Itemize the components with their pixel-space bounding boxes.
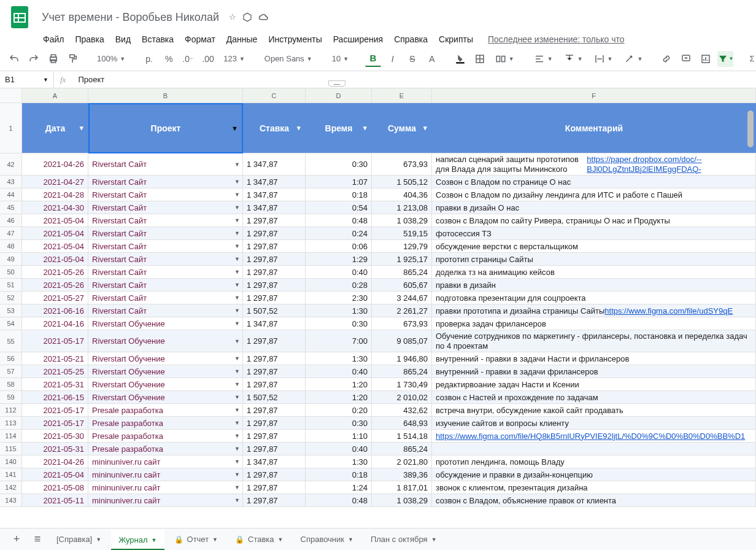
valign-select[interactable]: ▼ bbox=[560, 51, 587, 67]
cell-date[interactable]: 2021-04-28 bbox=[22, 188, 88, 201]
cell-project[interactable]: Presale разработка▼ bbox=[88, 404, 243, 416]
sheet-tab[interactable]: Справочник▼ bbox=[293, 529, 361, 550]
link-button[interactable] bbox=[658, 51, 674, 67]
cell-rate[interactable]: 1 347,87 bbox=[243, 455, 306, 468]
app-icon[interactable] bbox=[7, 5, 32, 29]
chevron-down-icon[interactable]: ▼ bbox=[348, 536, 353, 543]
cell-sum[interactable]: 1 038,29 bbox=[372, 494, 432, 506]
cell-project[interactable]: Riverstart Обучение▼ bbox=[88, 317, 243, 330]
rotate-select[interactable]: ▼ bbox=[620, 51, 646, 67]
cell-rate[interactable]: 1 297,87 bbox=[243, 227, 306, 239]
cell-project[interactable]: Riverstart Сайт▼ bbox=[88, 176, 243, 188]
cell-project[interactable]: Riverstart Обучение▼ bbox=[88, 365, 243, 378]
cell-sum[interactable]: 404,36 bbox=[372, 188, 432, 201]
cell-project[interactable]: Presale разработка▼ bbox=[88, 430, 243, 442]
col-header-b[interactable]: B bbox=[88, 88, 243, 103]
italic-button[interactable]: I bbox=[385, 51, 401, 67]
cell-sum[interactable]: 1 514,18 bbox=[372, 430, 432, 442]
row-header[interactable]: 53 bbox=[0, 304, 22, 317]
cell-sum[interactable]: 1 505,12 bbox=[372, 176, 432, 188]
select-all-corner[interactable] bbox=[0, 88, 22, 103]
cell-rate[interactable]: 1 297,87 bbox=[243, 378, 306, 390]
cell-date[interactable]: 2021-05-31 bbox=[22, 378, 88, 390]
cell-time[interactable]: 1:07 bbox=[306, 176, 372, 188]
cell-sum[interactable]: 9 085,07 bbox=[372, 330, 432, 352]
dropdown-icon[interactable]: ▼ bbox=[234, 282, 240, 288]
row-header[interactable]: 51 bbox=[0, 279, 22, 291]
menu-help[interactable]: Справка bbox=[389, 32, 433, 47]
cell-date[interactable]: 2021-05-25 bbox=[22, 365, 88, 378]
undo-button[interactable] bbox=[6, 51, 22, 67]
cell-sum[interactable]: 865,24 bbox=[372, 365, 432, 378]
cell-sum[interactable]: 2 021,80 bbox=[372, 455, 432, 468]
dec-decrease-button[interactable]: .0← bbox=[180, 51, 196, 67]
cell-date[interactable]: 2021-05-26 bbox=[22, 266, 88, 278]
cell-comment[interactable]: https://www.figma.com/file/HQ8kB5rnlURyP… bbox=[432, 430, 756, 442]
cell-date[interactable]: 2021-05-08 bbox=[22, 481, 88, 494]
cell-sum[interactable]: 389,36 bbox=[372, 468, 432, 481]
cell-rate[interactable]: 1 347,87 bbox=[243, 188, 306, 201]
dropdown-icon[interactable]: ▼ bbox=[234, 355, 240, 362]
star-icon[interactable]: ☆ bbox=[229, 12, 236, 22]
row-header[interactable]: 113 bbox=[0, 417, 22, 429]
cell-project[interactable]: Riverstart Сайт▼ bbox=[88, 279, 243, 291]
cell-comment[interactable]: созвон с Настей и прохождение по задачам bbox=[432, 391, 756, 403]
row-header[interactable]: 45 bbox=[0, 201, 22, 214]
sheet-tab[interactable]: 🔒Отчет▼ bbox=[167, 529, 226, 550]
cell-time[interactable]: 0:30 bbox=[306, 317, 372, 330]
cell-comment[interactable]: фотосессия ТЗ bbox=[432, 227, 756, 239]
col-header-c[interactable]: C bbox=[243, 88, 306, 103]
cell-sum[interactable]: 865,24 bbox=[372, 266, 432, 278]
cell-project[interactable]: mininuniver.ru сайт▼ bbox=[88, 455, 243, 468]
dropdown-icon[interactable]: ▼ bbox=[234, 471, 240, 478]
cell-comment[interactable]: Созвон с Владом по дизайну лендинга для … bbox=[432, 188, 756, 201]
cell-rate[interactable]: 1 297,87 bbox=[243, 214, 306, 227]
add-sheet-button[interactable]: + bbox=[7, 530, 26, 549]
formula-input[interactable]: Проект bbox=[72, 75, 104, 84]
dropdown-icon[interactable]: ▼ bbox=[234, 420, 240, 426]
row-header[interactable]: 58 bbox=[0, 378, 22, 390]
sheet-tab[interactable]: [Справка]▼ bbox=[49, 529, 109, 550]
row-header[interactable]: 57 bbox=[0, 365, 22, 378]
cell-rate[interactable]: 1 297,87 bbox=[243, 253, 306, 265]
cell-comment[interactable]: редактирвоание задач Насти и Ксении bbox=[432, 378, 756, 390]
dropdown-icon[interactable]: ▼ bbox=[234, 256, 240, 262]
cell-project[interactable]: Riverstart Сайт▼ bbox=[88, 292, 243, 304]
row-header[interactable]: 54 bbox=[0, 317, 22, 330]
comment-button[interactable] bbox=[678, 51, 694, 67]
cell-comment[interactable]: внутренний - правки в задачи фрилансеров bbox=[432, 365, 756, 378]
cell-comment[interactable]: Обучение сотрудников по маркетингу - фри… bbox=[432, 330, 756, 352]
functions-select[interactable]: Σ▼ bbox=[746, 51, 756, 67]
cell-comment[interactable]: внутренний - правки в задачи Насти и фри… bbox=[432, 352, 756, 365]
filter-icon[interactable]: ▾ bbox=[363, 124, 367, 132]
cell-time[interactable]: 0:20 bbox=[306, 404, 372, 416]
sheet-tab[interactable]: Журнал▼ bbox=[111, 529, 164, 550]
cell-time[interactable]: 0:18 bbox=[306, 468, 372, 481]
cell-sum[interactable]: 1 730,49 bbox=[372, 378, 432, 390]
chart-button[interactable] bbox=[698, 51, 714, 67]
cell-rate[interactable]: 1 347,87 bbox=[243, 317, 306, 330]
row-header[interactable]: 140 bbox=[0, 455, 22, 468]
row-header[interactable]: 59 bbox=[0, 391, 22, 403]
cell-sum[interactable]: 673,93 bbox=[372, 153, 432, 175]
cell-project[interactable]: Riverstart Сайт▼ bbox=[88, 153, 243, 175]
cell-date[interactable]: 2021-06-15 bbox=[22, 391, 88, 403]
menu-extensions[interactable]: Расширения bbox=[328, 32, 388, 47]
cell-time[interactable]: 0:48 bbox=[306, 494, 372, 506]
cell-rate[interactable]: 1 297,87 bbox=[243, 279, 306, 291]
col-header-e[interactable]: E bbox=[372, 88, 432, 103]
cell-comment[interactable]: проверка задач фрилансеров bbox=[432, 317, 756, 330]
cell-rate[interactable]: 1 297,87 bbox=[243, 365, 306, 378]
vertical-scrollbar[interactable] bbox=[747, 98, 755, 525]
row-header[interactable]: 55 bbox=[0, 330, 22, 352]
group-collapse-handle[interactable]: — bbox=[328, 80, 345, 87]
cell-date[interactable]: 2021-05-31 bbox=[22, 443, 88, 455]
cell-time[interactable]: 0:48 bbox=[306, 214, 372, 227]
cell-rate[interactable]: 1 297,87 bbox=[243, 417, 306, 429]
cell-sum[interactable]: 1 946,80 bbox=[372, 352, 432, 365]
cell-date[interactable]: 2021-06-16 bbox=[22, 304, 88, 317]
cell-comment[interactable] bbox=[432, 443, 756, 455]
cell-project[interactable]: mininuniver.ru сайт▼ bbox=[88, 481, 243, 494]
cell-sum[interactable]: 2 261,27 bbox=[372, 304, 432, 317]
cell-project[interactable]: Riverstart Обучение▼ bbox=[88, 330, 243, 352]
